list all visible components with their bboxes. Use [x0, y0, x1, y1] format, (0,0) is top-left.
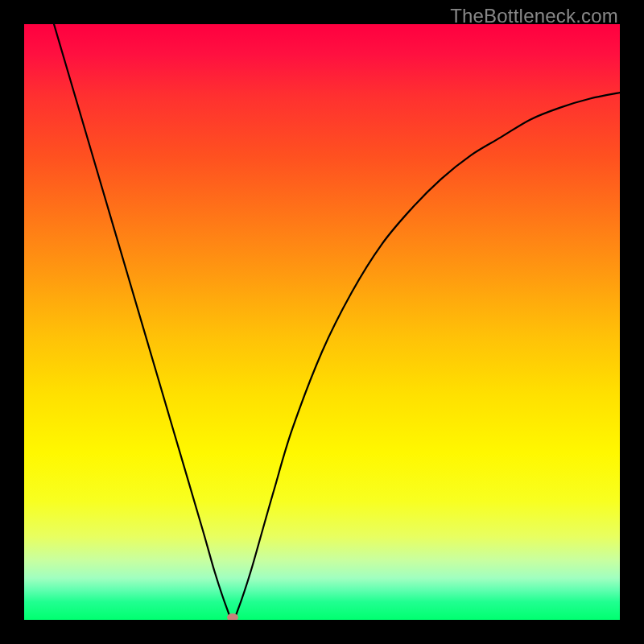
bottleneck-curve	[54, 24, 620, 620]
plot-area	[24, 24, 620, 620]
curve-svg	[24, 24, 620, 620]
minimum-marker	[227, 613, 238, 620]
watermark-text: TheBottleneck.com	[450, 5, 618, 27]
